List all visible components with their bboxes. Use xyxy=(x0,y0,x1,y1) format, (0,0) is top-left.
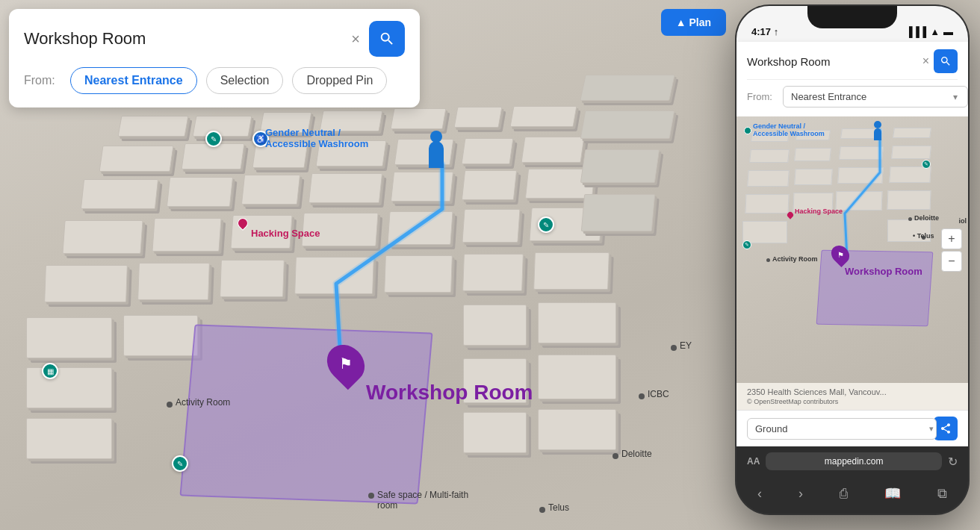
signal-icon: ▐▐▐ xyxy=(905,26,926,37)
selection-button[interactable]: Selection xyxy=(206,67,284,94)
phone-activity-label: Activity Room xyxy=(772,255,818,263)
from-label: From: xyxy=(24,74,61,87)
edit-icon: ✎ xyxy=(205,131,222,147)
workshop-room-highlight xyxy=(179,324,432,504)
safespace-dot xyxy=(368,493,374,499)
phone-tabs-button[interactable]: ⧉ xyxy=(931,483,953,505)
phone-map[interactable]: ⚑ Hacking Space Gender Neutral /Accessib… xyxy=(736,116,968,383)
phone-bookmarks-button[interactable]: 📖 xyxy=(878,482,907,505)
phone-attribution: © OpenStreetMap contributors xyxy=(747,398,838,405)
phone-nav-bar: ‹ › ⎙ 📖 ⧉ xyxy=(736,476,968,514)
washroom-icon: ♿ xyxy=(252,131,269,147)
start-pin xyxy=(429,131,444,168)
phone-hacking-pin xyxy=(787,212,793,218)
search-clear-button[interactable]: × xyxy=(348,28,363,51)
phone-activity-dot xyxy=(766,258,770,262)
phone-search-row: Workshop Room × xyxy=(747,49,958,80)
mappedin-button[interactable]: ▲ Plan xyxy=(661,9,726,36)
phone-mockup: 4:17 ↑ ▐▐▐ ▲ ▬ Workshop Room × F xyxy=(736,6,968,514)
phone-clear-button[interactable]: × xyxy=(922,54,929,68)
phone-share-button[interactable] xyxy=(934,417,958,440)
phone-search-panel: Workshop Room × From: Nearest Entrance S… xyxy=(736,42,968,116)
phone-search-input[interactable]: Workshop Room xyxy=(747,55,918,68)
phone-url-bar[interactable]: mappedin.com xyxy=(766,452,942,470)
phone-floor-bar: Ground Level 1 Level 2 ▾ xyxy=(736,410,968,446)
search-icon xyxy=(379,31,395,47)
telus-dot xyxy=(539,507,545,513)
search-button[interactable] xyxy=(369,21,405,57)
share-icon xyxy=(940,423,952,434)
phone-hacking-label: Hacking Space xyxy=(795,208,843,215)
activity-room-dot xyxy=(167,402,173,408)
phone-start-pin xyxy=(874,121,881,140)
phone-search-icon xyxy=(940,55,952,67)
phone-map-controls: + − xyxy=(941,228,962,272)
phone-share-nav-button[interactable]: ⎙ xyxy=(834,483,854,505)
nearest-entrance-button[interactable]: Nearest Entrance xyxy=(70,67,197,94)
phone-browser-bar: AA mappedin.com ↻ xyxy=(736,446,968,476)
telus-label: Telus xyxy=(548,502,569,513)
mappedin-logo: ▲ Plan xyxy=(661,9,726,36)
phone-notch xyxy=(807,6,897,28)
phone-from-select[interactable]: Nearest Entrance Selection Dropped Pin xyxy=(783,86,968,107)
hacking-space-pin xyxy=(238,218,248,228)
phone-search-button[interactable] xyxy=(934,49,958,73)
phone-address: 2350 Health Sciences Mall, Vancouv... xyxy=(747,387,887,396)
battery-icon: ▬ xyxy=(943,26,953,37)
phone-iol-label: iol xyxy=(959,217,967,225)
phone-aa[interactable]: AA xyxy=(747,456,760,467)
icbc-dot xyxy=(639,393,645,399)
phone-frame: 4:17 ↑ ▐▐▐ ▲ ▬ Workshop Room × F xyxy=(736,6,968,514)
phone-deloitte-label: Deloitte xyxy=(914,214,939,222)
location-arrow: ↑ xyxy=(774,26,779,37)
phone-address-bar: 2350 Health Sciences Mall, Vancouv... © … xyxy=(736,383,968,410)
phone-from-label: From: xyxy=(747,91,777,102)
phone-status-icons: ▐▐▐ ▲ ▬ xyxy=(905,26,953,37)
phone-floor-select[interactable]: Ground Level 1 Level 2 xyxy=(747,418,937,440)
workshop-pin: ⚑ xyxy=(329,343,363,384)
phone-workshop-pin: ⚑ xyxy=(832,245,849,264)
deloitte-dot xyxy=(612,453,618,459)
wifi-icon: ▲ xyxy=(930,26,940,37)
phone-zoom-out[interactable]: − xyxy=(941,251,962,272)
search-row: Workshop Room × xyxy=(24,21,405,57)
search-panel: Workshop Room × From: Nearest Entrance S… xyxy=(9,9,420,107)
from-row: From: Nearest Entrance Selection Dropped… xyxy=(24,67,405,94)
phone-zoom-in[interactable]: + xyxy=(941,228,962,249)
phone-edit-dot-2: ✎ xyxy=(922,160,931,169)
edit-icon-3: ✎ xyxy=(172,455,188,472)
deloitte-label: Deloitte xyxy=(621,449,652,459)
phone-washroom-icon xyxy=(744,127,751,134)
ey-dot xyxy=(671,345,677,351)
phone-back-button[interactable]: ‹ xyxy=(751,483,768,505)
phone-reload-icon[interactable]: ↻ xyxy=(948,455,958,469)
dropped-pin-button[interactable]: Dropped Pin xyxy=(292,67,387,94)
phone-deloitte-dot xyxy=(908,217,912,221)
edit-icon-2: ✎ xyxy=(538,216,554,233)
phone-time: 4:17 ↑ xyxy=(751,26,778,37)
phone-washroom-label: Gender Neutral /Accessible Washroom xyxy=(753,122,825,137)
phone-telus-label: • Telus xyxy=(913,232,934,240)
phone-workshop-label: Workshop Room xyxy=(845,266,922,277)
icbc-label: ICBC xyxy=(648,389,669,399)
chart-icon: ▦ xyxy=(42,363,58,379)
phone-edit-dot: ✎ xyxy=(742,240,751,249)
phone-forward-button[interactable]: › xyxy=(793,483,809,505)
phone-from-row: From: Nearest Entrance Selection Dropped… xyxy=(747,86,958,107)
search-input[interactable]: Workshop Room xyxy=(24,29,342,49)
ey-label: EY xyxy=(680,340,692,351)
